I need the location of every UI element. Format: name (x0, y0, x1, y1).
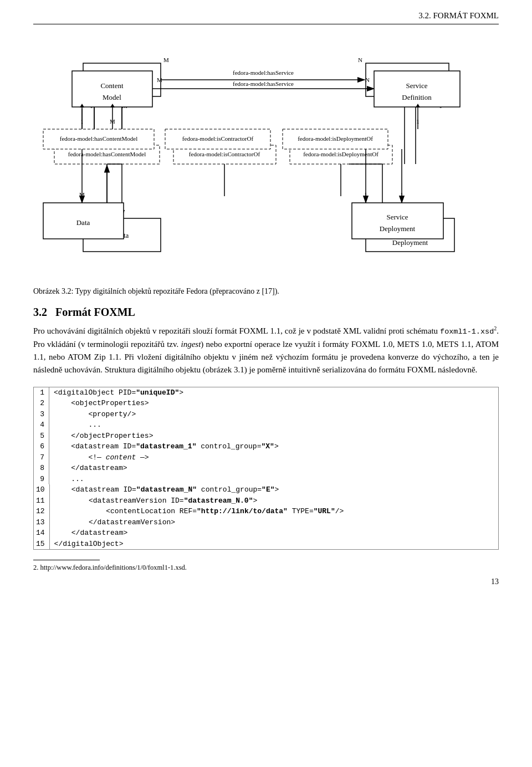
svg-text:Data: Data (76, 218, 90, 227)
code-line-11: 11 <datastreamVersion ID="datastream_N.0… (34, 495, 498, 507)
svg-text:Service: Service (387, 213, 408, 221)
footnote-separator (33, 560, 100, 560)
line-content-6: <datastream ID="datastream_1" control_gr… (49, 441, 279, 452)
line-content-14: </datastream> (50, 528, 128, 539)
line-content-13: </datastreamVersion> (50, 517, 175, 528)
line-num-10: 10 (34, 484, 50, 495)
line-content-15: </digitalObject> (50, 539, 124, 550)
line-num-2: 2 (34, 398, 49, 409)
line-num-4: 4 (34, 420, 49, 431)
header-text: 3.2. FORMÁT FOXML (418, 11, 499, 20)
line-content-12: <contentLocation REF="http://link/to/dat… (50, 506, 344, 517)
page-header: 3.2. FORMÁT FOXML (33, 11, 499, 24)
line-num-5: 5 (34, 431, 49, 442)
line-num-8: 8 (34, 463, 49, 474)
code-line-8: 8 </datastream> (34, 463, 498, 474)
line-num-13: 13 (34, 517, 50, 528)
code-line-7: 7 <!— content —> (34, 452, 498, 463)
page-num-value: 13 (491, 577, 499, 586)
code-line-10: 10 <datastream ID="datastream_N" control… (34, 484, 498, 495)
line-content-7: <!— content —> (49, 452, 149, 463)
line-content-10: <datastream ID="datastream_N" control_gr… (50, 484, 279, 495)
code-line-2: 2 <objectProperties> (34, 398, 498, 409)
line-num-6: 6 (34, 441, 49, 452)
page-number: 13 (33, 577, 499, 586)
main-diagram: Content Model fedora-model:hasService M … (33, 54, 499, 276)
code-line-13: 13 </datastreamVersion> (34, 517, 498, 528)
line-num-11: 11 (34, 495, 50, 507)
section-title: Formát FOXML (55, 306, 135, 318)
p1-ingest: ingest (181, 340, 201, 349)
svg-text:Content: Content (100, 81, 124, 90)
line-content-1: <digitalObject PID="uniqueID"> (49, 387, 183, 398)
line-num-14: 14 (34, 528, 50, 539)
line-num-1: 1 (34, 387, 49, 398)
line-content-8: </datastream> (49, 463, 127, 474)
line-content-2: <objectProperties> (49, 398, 149, 409)
line-num-15: 15 (34, 539, 50, 550)
line-num-9: 9 (34, 474, 49, 485)
code-line-6: 6 <datastream ID="datastream_1" control_… (34, 441, 498, 452)
code-line-14: 14 </datastream> (34, 528, 498, 539)
code-block: 1 <digitalObject PID="uniqueID"> 2 <obje… (33, 387, 499, 550)
figure-caption: Obrázek 3.2: Typy digitálních objektů re… (33, 287, 499, 296)
line-content-3: <property/> (49, 409, 136, 420)
svg-text:fedora-model:hasService: fedora-model:hasService (233, 80, 294, 87)
code-line-1: 1 <digitalObject PID="uniqueID"> (34, 387, 498, 398)
diagram-wrapper: Content Model fedora-model:hasService M … (33, 54, 499, 276)
line-num-3: 3 (34, 409, 49, 420)
svg-text:fedora-model:isDeploymentOf: fedora-model:isDeploymentOf (298, 135, 373, 142)
svg-text:Model: Model (103, 93, 121, 101)
code-line-3: 3 <property/> (34, 409, 498, 420)
line-content-4: ... (49, 420, 101, 431)
svg-text:fedora-model:hasContentModel: fedora-model:hasContentModel (60, 135, 138, 142)
svg-text:M: M (157, 76, 162, 83)
line-num-7: 7 (34, 452, 49, 463)
code-line-12: 12 <contentLocation REF="http://link/to/… (34, 506, 498, 517)
svg-text:Definition: Definition (402, 93, 432, 101)
p1-text: Pro uchovávání digitálních objektů v rep… (33, 326, 440, 335)
section-heading: 3.2 Formát FOXML (33, 306, 499, 319)
svg-text:Service: Service (406, 81, 428, 90)
code-line-9: 9 ... (34, 474, 498, 485)
code-line-4: 4 ... (34, 420, 498, 431)
footnote: 2. http://www.fedora.info/definitions/1/… (33, 564, 499, 572)
code-line-15: 15 </digitalObject> (34, 539, 498, 550)
line-content-5: </objectProperties> (49, 431, 153, 442)
code-line-5: 5 </objectProperties> (34, 431, 498, 442)
svg-text:fedora-model:isContractorOf: fedora-model:isContractorOf (182, 135, 254, 142)
p1-code: foxml1-1.xsd (440, 328, 494, 336)
line-content-9: ... (49, 474, 84, 485)
svg-text:Deployment: Deployment (380, 224, 416, 233)
paragraph-1: Pro uchovávání digitálních objektů v rep… (33, 324, 499, 377)
line-content-11: <datastreamVersion ID="datastream_N.0"> (50, 495, 258, 507)
svg-text:N: N (365, 76, 370, 83)
line-num-12: 12 (34, 506, 50, 517)
section-number: 3.2 (33, 306, 47, 318)
